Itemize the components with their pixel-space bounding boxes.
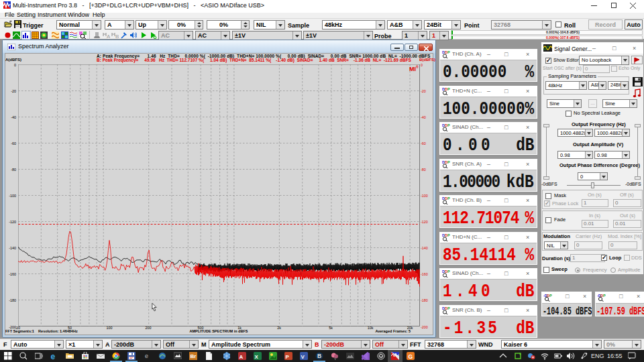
svg-text:P: P: [286, 354, 290, 360]
svg-text:P: P: [447, 269, 450, 274]
svg-text:P: P: [447, 233, 450, 237]
svg-text:P: P: [447, 123, 450, 127]
svg-text:P: P: [447, 196, 450, 200]
svg-text:B: B: [115, 34, 119, 39]
svg-text:P: P: [549, 294, 552, 298]
svg-text:X: X: [255, 354, 259, 360]
svg-text:P: P: [447, 50, 450, 54]
svg-text:P: P: [603, 294, 606, 298]
svg-text:P: P: [447, 306, 450, 310]
svg-text:V: V: [301, 354, 305, 360]
svg-text:P: P: [447, 87, 450, 91]
svg-text:е: е: [145, 353, 148, 359]
svg-text:A: A: [239, 354, 244, 360]
svg-text:G: G: [409, 353, 413, 360]
svg-text:Br: Br: [191, 353, 197, 359]
svg-text:A: A: [107, 34, 110, 39]
svg-text:B: B: [317, 353, 321, 359]
svg-text:P: P: [447, 160, 450, 164]
svg-text:e: e: [51, 352, 56, 360]
